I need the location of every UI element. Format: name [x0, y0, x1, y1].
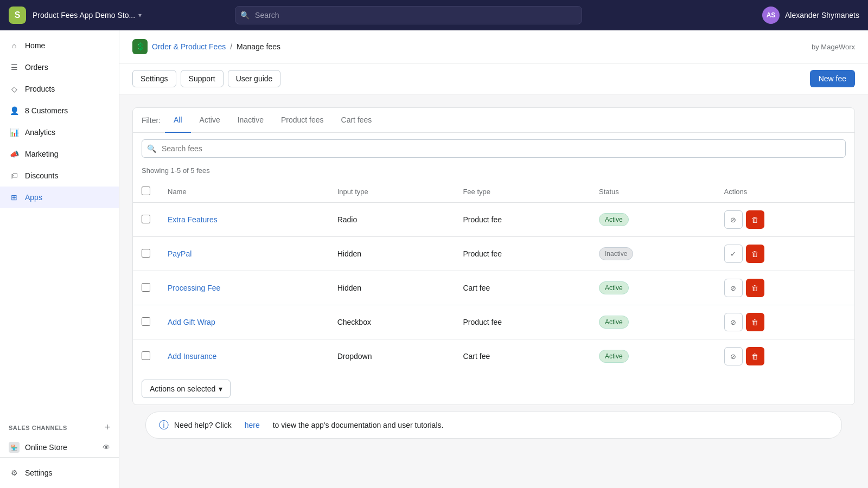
row-checkbox-1[interactable]: [142, 215, 150, 223]
col-name: Name: [159, 181, 329, 203]
sidebar-item-discounts[interactable]: 🏷 Discounts: [0, 165, 119, 187]
sidebar-item-orders[interactable]: ☰ Orders: [0, 56, 119, 78]
delete-button-2[interactable]: 🗑: [746, 245, 764, 263]
toolbar-buttons: Settings Support User guide: [132, 70, 280, 87]
actions-cell-4: ⊘ 🗑: [716, 305, 854, 339]
fee-name-link-2[interactable]: PayPal: [168, 249, 192, 258]
fee-type-cell-5: Cart fee: [454, 339, 590, 374]
help-text-before: Need help? Click: [174, 421, 232, 429]
fees-table: Name Input type Fee type Status Actions …: [133, 181, 854, 373]
avatar: AS: [762, 7, 780, 24]
actions-cell-2: ✓ 🗑: [716, 237, 854, 271]
tab-inactive[interactable]: Inactive: [229, 108, 272, 133]
settings-button[interactable]: Settings: [132, 70, 176, 87]
showing-label: Showing 1-5 of 5 fees: [133, 164, 854, 181]
sidebar-item-settings[interactable]: ⚙ Settings: [0, 462, 119, 484]
home-icon: ⌂: [9, 40, 20, 51]
breadcrumb-current: Manage fees: [237, 42, 280, 51]
sidebar-item-marketing[interactable]: 📣 Marketing: [0, 143, 119, 165]
fee-name-link-3[interactable]: Processing Fee: [168, 284, 220, 292]
orders-icon: ☰: [9, 62, 20, 73]
eye-icon: 👁: [103, 443, 110, 452]
row-checkbox-2[interactable]: [142, 249, 150, 258]
breadcrumb: 💲 Order & Product Fees / Manage fees: [132, 39, 280, 54]
topbar-store[interactable]: Product Fees App Demo Sto... ▾: [33, 11, 142, 20]
help-link[interactable]: here: [245, 421, 260, 429]
topbar-store-name: Product Fees App Demo Sto...: [33, 11, 135, 20]
status-badge-2: Inactive: [599, 247, 633, 260]
marketing-icon: 📣: [9, 149, 20, 159]
edit-button-1[interactable]: ⊘: [724, 210, 743, 229]
tab-cart-fees[interactable]: Cart fees: [333, 108, 381, 133]
delete-button-1[interactable]: 🗑: [746, 210, 764, 229]
status-cell-4: Active: [590, 305, 716, 339]
sidebar-item-apps[interactable]: ⊞ Apps: [0, 187, 119, 208]
products-icon: ◇: [9, 84, 20, 94]
delete-button-4[interactable]: 🗑: [746, 313, 764, 331]
app-icon: 💲: [132, 39, 148, 54]
table-row: PayPal Hidden Product fee Inactive ✓ 🗑: [133, 237, 854, 271]
status-cell-2: Inactive: [590, 237, 716, 271]
topbar: S Product Fees App Demo Sto... ▾ 🔍 AS Al…: [0, 0, 868, 30]
sales-channels-title: SALES CHANNELS: [9, 425, 67, 431]
sidebar-nav: ⌂ Home ☰ Orders ◇ Products 👤 8 Customers…: [0, 30, 119, 413]
content-area: Filter: All Active Inactive Product fees…: [119, 94, 868, 458]
breadcrumb-link[interactable]: Order & Product Fees: [152, 42, 226, 51]
add-channel-button[interactable]: +: [104, 422, 110, 433]
powered-by-label: by MageWorx: [812, 43, 855, 51]
fee-name-link-5[interactable]: Add Insurance: [168, 352, 216, 361]
row-checkbox-3[interactable]: [142, 283, 150, 292]
filter-label: Filter:: [142, 108, 161, 132]
status-badge-5: Active: [599, 350, 629, 363]
sidebar-item-home[interactable]: ⌂ Home: [0, 35, 119, 56]
edit-button-5[interactable]: ⊘: [724, 347, 743, 365]
user-guide-button[interactable]: User guide: [228, 70, 281, 87]
table-row: Extra Features Radio Product fee Active …: [133, 203, 854, 237]
sidebar-item-customers[interactable]: 👤 8 Customers: [0, 100, 119, 121]
filter-tabs: Filter: All Active Inactive Product fees…: [133, 108, 854, 133]
search-fees-input[interactable]: [142, 139, 846, 158]
input-type-cell-1: Radio: [329, 203, 455, 237]
delete-button-5[interactable]: 🗑: [746, 347, 764, 365]
select-all-checkbox[interactable]: [142, 187, 150, 195]
actions-cell-5: ⊘ 🗑: [716, 339, 854, 374]
table-row: Add Insurance Dropdown Cart fee Active ⊘…: [133, 339, 854, 374]
search-fees-icon: 🔍: [147, 144, 156, 153]
chevron-down-icon: ▾: [138, 11, 142, 19]
topbar-search-container: 🔍: [235, 6, 582, 24]
sidebar-item-products[interactable]: ◇ Products: [0, 78, 119, 100]
status-badge-4: Active: [599, 316, 629, 329]
tab-active[interactable]: Active: [191, 108, 229, 133]
edit-button-4[interactable]: ⊘: [724, 313, 743, 331]
col-status: Status: [590, 181, 716, 203]
sidebar-item-online-store[interactable]: 🏪 Online Store 👁: [0, 438, 119, 457]
topbar-search-input[interactable]: [235, 6, 582, 24]
status-cell-3: Active: [590, 271, 716, 305]
support-button[interactable]: Support: [181, 70, 224, 87]
row-checkbox-5[interactable]: [142, 351, 150, 360]
sidebar-item-analytics[interactable]: 📊 Analytics: [0, 121, 119, 143]
input-type-cell-4: Checkbox: [329, 305, 455, 339]
tab-product-fees[interactable]: Product fees: [272, 108, 333, 133]
edit-button-3[interactable]: ⊘: [724, 279, 743, 297]
search-icon: 🔍: [240, 11, 250, 20]
table-row: Add Gift Wrap Checkbox Product fee Activ…: [133, 305, 854, 339]
help-icon: ⓘ: [159, 419, 169, 432]
fee-name-link-1[interactable]: Extra Features: [168, 215, 218, 224]
online-store-icon: 🏪: [9, 442, 20, 453]
page-header: 💲 Order & Product Fees / Manage fees by …: [119, 30, 868, 63]
edit-button-2[interactable]: ✓: [724, 245, 743, 263]
actions-cell-1: ⊘ 🗑: [716, 203, 854, 237]
analytics-icon: 📊: [9, 127, 20, 138]
tab-all[interactable]: All: [165, 108, 191, 133]
help-banner: ⓘ Need help? Click here to view the app'…: [145, 412, 842, 439]
delete-button-3[interactable]: 🗑: [746, 279, 764, 297]
row-checkbox-4[interactable]: [142, 317, 150, 326]
actions-on-selected-button[interactable]: Actions on selected ▾: [142, 380, 231, 398]
table-header-row: Name Input type Fee type Status Actions: [133, 181, 854, 203]
fee-type-cell-3: Cart fee: [454, 271, 590, 305]
input-type-cell-2: Hidden: [329, 237, 455, 271]
fee-name-link-4[interactable]: Add Gift Wrap: [168, 318, 215, 326]
customers-icon: 👤: [9, 105, 20, 116]
new-fee-button[interactable]: New fee: [810, 70, 855, 87]
